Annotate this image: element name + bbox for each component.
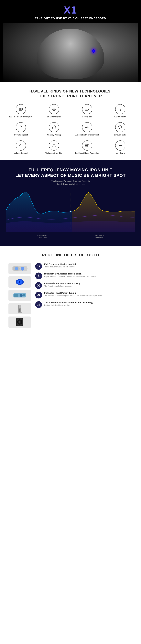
svg-point-17 xyxy=(19,145,20,146)
svg-point-43 xyxy=(20,294,22,297)
product-showcase: Full Frequency Moving Iron Unit Three - … xyxy=(8,263,132,328)
svg-point-10 xyxy=(86,127,86,128)
feature-text-0: Full Frequency Moving Iron Unit Three - … xyxy=(44,263,76,268)
hero-title: X1 xyxy=(3,4,138,16)
feature-icon-0 xyxy=(35,263,42,270)
memory-label: Memory Pairing xyxy=(47,134,61,136)
feature-binaural: Binaural Calls xyxy=(105,122,135,136)
svg-rect-1 xyxy=(22,108,23,110)
product-img-earbud xyxy=(8,276,31,288)
binaural-icon xyxy=(115,122,125,132)
product-img-connector xyxy=(8,303,31,314)
feature-interconnect: Automatically Interconnect xyxy=(72,122,102,136)
svg-point-63 xyxy=(38,295,38,296)
noise-label: Intelligent Noise Reduction xyxy=(75,152,99,154)
interconnect-label: Automatically Interconnect xyxy=(75,134,99,136)
before-noise-label: Before NoiseReduction xyxy=(37,234,48,239)
svg-rect-46 xyxy=(19,305,21,308)
product-feature-2: Independent Acoustic Sound Cavity The Vo… xyxy=(35,282,132,289)
noise-icon xyxy=(82,140,92,150)
battery-label: 100 + Hours Of Battery Life xyxy=(9,116,32,118)
waterproof-label: IP67 Waterproof xyxy=(14,134,28,136)
feature-text-1: Bluetooth 5.0 Lossless Transmission High… xyxy=(44,272,96,278)
svg-rect-44 xyxy=(23,294,25,296)
svg-line-22 xyxy=(85,144,89,147)
svg-rect-66 xyxy=(37,304,38,305)
hero-image xyxy=(3,23,138,82)
redefine-section: REDEFINE HIFI BLUETOOTH xyxy=(0,246,141,335)
updown-label: Up / Down xyxy=(116,152,125,154)
volume-label: Volume Control xyxy=(14,152,28,154)
feature-battery: 100 + Hours Of Battery Life xyxy=(6,104,36,118)
wave-visualization xyxy=(6,190,135,232)
product-feature-0: Full Frequency Moving Iron Unit Three - … xyxy=(35,263,132,270)
product-feature-3: Instructor - level Motion Tuning The Fun… xyxy=(35,292,132,298)
feature-text-2: Independent Acoustic Sound Cavity The Vo… xyxy=(44,282,80,287)
hero-subtitle: TAKE OUT TO USE BT V5.0 CHIPSET EMBEDDED xyxy=(3,17,138,20)
weight-label: Weighing Only 4.6g xyxy=(46,152,62,154)
feature-volume: Volume Control xyxy=(6,140,36,154)
feature-text-3: Instructor - level Motion Tuning The Fun… xyxy=(44,292,102,297)
sound-section: FULL FREQUENCY MOVING IRON UNIT LET EVER… xyxy=(0,160,141,246)
product-feature-4: The 8th Generation Noise Reduction Techn… xyxy=(35,301,132,308)
sound-title: FULL FREQUENCY MOVING IRON UNIT LET EVER… xyxy=(6,167,135,178)
weight-icon xyxy=(49,140,59,150)
feature-icon-1 xyxy=(35,272,42,279)
hero-section: X1 TAKE OUT TO USE BT V5.0 CHIPSET EMBED… xyxy=(0,0,141,82)
feature-icon-2 xyxy=(35,282,42,289)
svg-rect-48 xyxy=(18,312,22,313)
signal-icon xyxy=(49,104,59,114)
feature-memory: Memory Pairing xyxy=(39,122,69,136)
svg-rect-42 xyxy=(14,294,18,297)
signal-label: 20 Meter Signal xyxy=(47,116,61,118)
battery-icon xyxy=(16,104,26,114)
feature-icon-3 xyxy=(35,292,42,298)
svg-marker-28 xyxy=(121,145,122,146)
svg-point-9 xyxy=(86,109,86,110)
bluetooth-label: 5.0 Bluetooth xyxy=(114,116,126,118)
hero-person-silhouette xyxy=(3,23,138,82)
features-section: HAVE ALL KINDS OF NEW TECHNOLOGIES, THE … xyxy=(0,82,141,160)
svg-point-53 xyxy=(19,321,20,323)
product-img-component xyxy=(8,290,31,301)
svg-point-18 xyxy=(20,144,21,145)
moving-iron-icon xyxy=(82,104,92,114)
svg-marker-8 xyxy=(88,108,89,110)
product-img-case xyxy=(8,263,31,274)
feature-text-4: The 8th Generation Noise Reduction Techn… xyxy=(44,301,93,306)
svg-point-40 xyxy=(19,281,20,283)
feature-bluetooth: 5.0 Bluetooth xyxy=(105,104,135,118)
waterproof-icon xyxy=(16,122,26,132)
svg-point-35 xyxy=(21,266,24,270)
earbud-glow xyxy=(92,49,95,53)
feature-signal: 20 Meter Signal xyxy=(39,104,69,118)
svg-point-65 xyxy=(39,295,40,296)
features-grid: 100 + Hours Of Battery Life 20 Meter Sig… xyxy=(6,104,135,154)
product-feature-1: Bluetooth 5.0 Lossless Transmission High… xyxy=(35,272,132,279)
product-images-column xyxy=(8,263,31,328)
sound-subtitle: The Balanced Armature Drive Unit Present… xyxy=(6,180,135,186)
feature-moving-iron: Moving Iron xyxy=(72,104,102,118)
redefine-title: REDEFINE HIFI BLUETOOTH xyxy=(8,253,132,257)
volume-icon xyxy=(16,140,26,150)
feature-icon-4 xyxy=(35,301,42,308)
svg-point-34 xyxy=(15,267,18,270)
product-img-device xyxy=(8,316,31,328)
feature-weight: Weighing Only 4.6g xyxy=(39,140,69,154)
feature-noise: Intelligent Noise Reduction xyxy=(72,140,102,154)
product-features-list: Full Frequency Moving Iron Unit Three - … xyxy=(35,263,132,328)
svg-point-56 xyxy=(38,266,38,266)
bluetooth-icon xyxy=(115,104,125,114)
svg-point-59 xyxy=(38,285,39,286)
moving-iron-label: Moving Iron xyxy=(82,116,92,118)
memory-icon xyxy=(49,122,59,132)
svg-rect-36 xyxy=(18,268,21,268)
svg-point-64 xyxy=(38,294,39,295)
features-title: HAVE ALL KINDS OF NEW TECHNOLOGIES, THE … xyxy=(6,89,135,98)
svg-point-19 xyxy=(22,146,22,147)
svg-point-31 xyxy=(70,211,71,212)
svg-marker-55 xyxy=(39,266,40,267)
feature-waterproof: IP67 Waterproof xyxy=(6,122,36,136)
feature-updown: Up / Down xyxy=(105,140,135,154)
svg-marker-23 xyxy=(119,145,120,146)
